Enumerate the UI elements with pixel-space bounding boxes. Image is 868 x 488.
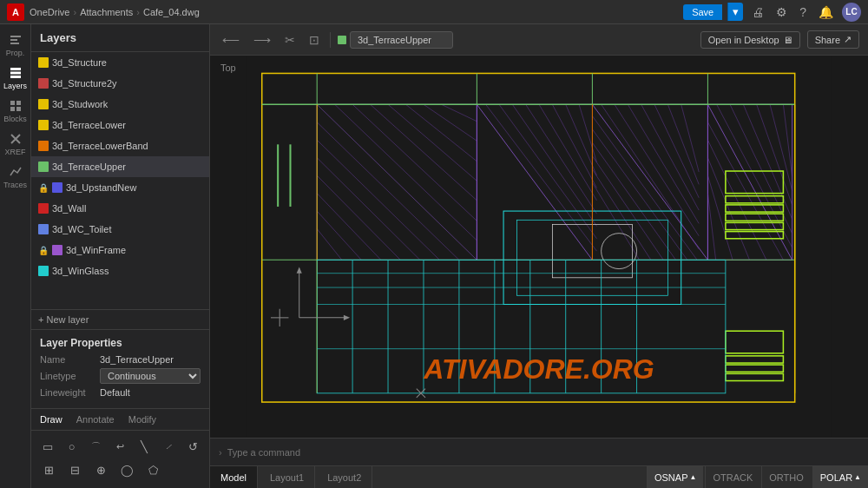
lock-icon-6: 🔒: [38, 183, 49, 193]
layer-item-7[interactable]: 3d_Wall: [31, 198, 209, 219]
layer-item-3[interactable]: 3d_TerraceLower: [31, 115, 209, 135]
draw-line-button[interactable]: ╲: [133, 436, 155, 457]
layer-item-6[interactable]: 🔒 3d_UpstandNew: [31, 177, 209, 198]
command-line: ›: [210, 438, 868, 465]
svg-rect-3: [10, 68, 21, 70]
layer-name-8: 3d_WC_Toilet: [52, 224, 202, 234]
toggle-polar[interactable]: POLAR ▲: [812, 466, 868, 488]
draw-hatch-button[interactable]: ⊞: [36, 459, 61, 480]
tab-annotate[interactable]: Annotate: [73, 412, 118, 426]
draw-polyline-button[interactable]: ↩: [109, 436, 132, 457]
save-button[interactable]: Save: [683, 4, 722, 20]
layer-name-2: 3d_Studwork: [52, 99, 202, 109]
linetype-label: Linetype: [40, 371, 96, 381]
blocks-icon: [9, 99, 23, 113]
sidebar-item-prop[interactable]: Prop.: [2, 30, 30, 61]
layer-name-1: 3d_Structure2y: [52, 78, 202, 89]
redo-button[interactable]: ⟶: [250, 31, 274, 49]
canvas-toolbar: ⟵ ⟶ ✂ ⊡ 3d_TerraceUpper Open in Desktop …: [210, 24, 868, 56]
tab-layout1[interactable]: Layout1: [260, 466, 315, 488]
draw-tools-row-1: ▭ ○ ⌒ ↩ ╲ ⟋ ↺: [35, 436, 206, 457]
tab-model[interactable]: Model: [210, 466, 258, 488]
help-button[interactable]: ?: [796, 3, 810, 21]
linetype-row: Linetype Continuous: [40, 368, 201, 384]
toggle-otrack[interactable]: OTRACK: [705, 466, 760, 488]
svg-rect-9: [16, 107, 21, 111]
xref-icon: [9, 132, 23, 146]
layers-title: Layers: [31, 24, 209, 52]
top-bar: A OneDrive › Attachments › Cafe_04.dwg S…: [0, 0, 868, 24]
svg-rect-6: [10, 101, 15, 105]
layer-item-0[interactable]: 3d_Structure: [31, 52, 209, 73]
draw-rect-button[interactable]: ▭: [36, 436, 59, 457]
snap-button[interactable]: ⊡: [306, 31, 323, 49]
draw-insert-button[interactable]: ⊕: [89, 459, 113, 480]
view-selector-wrapper: 3d_TerraceUpper: [338, 31, 453, 49]
settings-button[interactable]: ⚙: [773, 3, 791, 21]
layers-icon: [9, 66, 23, 80]
command-input[interactable]: [227, 447, 859, 458]
view-selector[interactable]: 3d_TerraceUpper: [350, 31, 453, 49]
open-desktop-button[interactable]: Open in Desktop 🖥: [700, 31, 800, 49]
breadcrumb: OneDrive › Attachments › Cafe_04.dwg: [30, 7, 200, 17]
notification-button[interactable]: 🔔: [815, 3, 837, 21]
draw-arc-button[interactable]: ⌒: [85, 436, 108, 457]
layer-item-4[interactable]: 3d_TerraceLowerBand: [31, 135, 209, 156]
layer-item-8[interactable]: 3d_WC_Toilet: [31, 219, 209, 240]
toggle-osnap[interactable]: OSNAP ▲: [647, 466, 703, 488]
layer-name-9: 3d_WinFrame: [66, 245, 202, 255]
layer-color-3: [38, 120, 49, 130]
undo-button[interactable]: ⟵: [219, 31, 243, 49]
folder-name: Attachments: [80, 7, 133, 17]
draw-polygon-button[interactable]: ⬠: [141, 459, 165, 480]
draw-xline-button[interactable]: ⟋: [157, 436, 180, 457]
layers-list[interactable]: 3d_Structure 3d_Structure2y 3d_Studwork …: [31, 52, 209, 309]
draw-tools: ▭ ○ ⌒ ↩ ╲ ⟋ ↺ ⊞ ⊟ ⊕ ◯ ⬠: [31, 430, 209, 488]
draw-undo-button[interactable]: ↺: [181, 436, 204, 457]
svg-rect-0: [10, 36, 21, 37]
layer-color-1: [38, 78, 49, 89]
svg-rect-7: [16, 101, 21, 105]
tab-modify[interactable]: Modify: [125, 412, 160, 426]
view-dot: [338, 36, 346, 44]
canvas-area: ⟵ ⟶ ✂ ⊡ 3d_TerraceUpper Open in Desktop …: [210, 24, 868, 488]
print-button[interactable]: 🖨: [748, 3, 767, 21]
sidebar-item-traces[interactable]: Traces: [2, 162, 30, 193]
draw-ellipse-button[interactable]: ◯: [115, 459, 139, 480]
layer-color-7: [38, 203, 49, 214]
sidebar-item-layers[interactable]: Layers: [2, 63, 30, 94]
name-row: Name 3d_TerraceUpper: [40, 354, 201, 365]
name-label: Name: [40, 354, 96, 365]
properties-icon: [9, 33, 23, 47]
new-layer-button[interactable]: + New layer: [31, 309, 209, 329]
layer-item-2[interactable]: 3d_Studwork: [31, 94, 209, 115]
tab-draw[interactable]: Draw: [36, 412, 66, 426]
draw-block-button[interactable]: ⊟: [62, 459, 87, 480]
layer-color-8: [38, 224, 49, 234]
layer-item-1[interactable]: 3d_Structure2y: [31, 73, 209, 94]
sidebar-item-xref[interactable]: XREF: [2, 129, 30, 160]
layer-name-0: 3d_Structure: [52, 57, 202, 68]
layer-item-5[interactable]: 3d_TerraceUpper: [31, 156, 209, 177]
icon-sidebar: Prop. Layers Blocks XREF Traces: [0, 24, 31, 488]
cad-canvas[interactable]: Top ATIVADORE.ORG: [210, 56, 868, 438]
layer-color-2: [38, 99, 49, 109]
draw-circle-button[interactable]: ○: [61, 436, 83, 457]
cad-drawing: [210, 56, 868, 438]
layer-name-6: 3d_UpstandNew: [66, 182, 202, 193]
linetype-select[interactable]: Continuous: [100, 368, 201, 384]
layer-item-9[interactable]: 🔒 3d_WinFrame: [31, 240, 209, 260]
toggle-ortho[interactable]: ORTHO: [761, 466, 811, 488]
service-name: OneDrive: [30, 7, 69, 17]
save-dropdown-button[interactable]: ▾: [727, 3, 743, 21]
layer-item-10[interactable]: 3d_WinGlass: [31, 260, 209, 281]
sidebar-item-blocks[interactable]: Blocks: [2, 96, 30, 127]
layer-name-4: 3d_TerraceLowerBand: [52, 141, 202, 151]
lineweight-value: Default: [100, 387, 201, 398]
trim-button[interactable]: ✂: [281, 31, 299, 49]
share-button[interactable]: Share ↗: [807, 30, 859, 49]
avatar[interactable]: LC: [842, 3, 861, 22]
status-bar: Model Layout1 Layout2 OSNAP ▲ OTRACK ORT…: [210, 465, 868, 488]
svg-rect-8: [10, 107, 15, 111]
tab-layout2[interactable]: Layout2: [317, 466, 372, 488]
